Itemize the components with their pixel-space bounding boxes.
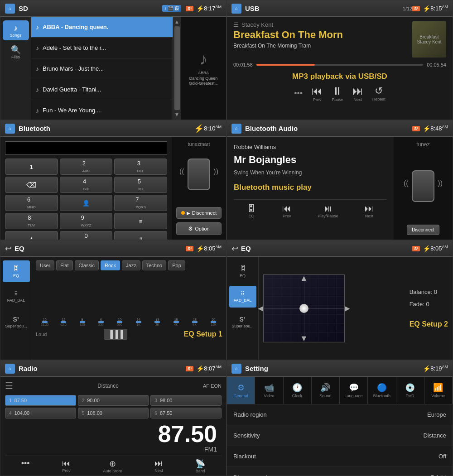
band-125-thumb[interactable] [80, 321, 85, 323]
radio-preset-1[interactable]: 1 87.50 [5, 395, 76, 406]
eq-ctrl-btn[interactable]: 🎛 EQ [247, 203, 256, 218]
preset-jazz[interactable]: Jazz [122, 260, 140, 270]
tab-general[interactable]: ⚙ General [227, 377, 255, 404]
dial-hash[interactable]: # [114, 231, 167, 240]
preset-rock[interactable]: Rock [101, 260, 120, 270]
play-pause-ctrl-btn[interactable]: ⏯ Play/Pause [318, 203, 338, 218]
dial-2[interactable]: 2ABC [60, 159, 113, 175]
tab-sound[interactable]: 🔊 Sound [312, 377, 340, 404]
dial-4[interactable]: 4GHI [60, 177, 113, 193]
tab-clock[interactable]: 🕐 Clock [284, 377, 312, 404]
loud-toggle[interactable]: ▐▐▐ [104, 329, 127, 340]
list-item[interactable]: ♪ Bruno Mars - Just the... [31, 58, 181, 79]
tab-language[interactable]: 💬 Language [340, 377, 368, 404]
eq-band-16k: 20 [205, 318, 222, 321]
balance-center-dot[interactable] [299, 304, 308, 313]
option-button[interactable]: ⚙ Option [176, 222, 222, 235]
band-31-thumb[interactable] [42, 321, 48, 323]
list-item[interactable]: ♪ ABBA - Dancing queen. [31, 17, 181, 38]
radio-preset-2[interactable]: 2 90.00 [78, 395, 149, 406]
next-button[interactable]: ⏭ Next [352, 85, 363, 102]
band-1k-thumb[interactable] [136, 321, 141, 323]
dial-star[interactable]: * [5, 231, 58, 240]
back-button-eq1[interactable]: ↩ [5, 244, 12, 254]
prev-ctrl-btn[interactable]: ⏮ Prev [282, 203, 291, 218]
radio-autostore-btn[interactable]: ⊕ Auto Store [103, 459, 122, 473]
balance-left-btn[interactable]: ◄ [256, 303, 265, 313]
list-item[interactable]: ♪ Adele - Set fire to the r... [31, 38, 181, 58]
dial-1[interactable]: 1 [5, 159, 58, 175]
eq-sidebar-s1-btn[interactable]: S¹ Super sou... [3, 311, 30, 333]
home-icon-settings[interactable]: ⌂ [231, 364, 241, 374]
dial-9[interactable]: 9WXYZ [60, 213, 113, 229]
band-16k-thumb[interactable] [211, 321, 216, 323]
dial-3[interactable]: 3DEF [114, 159, 167, 175]
eq-presets: User Flat Classic Rock Jazz Techno Pop [36, 260, 222, 270]
next-ctrl-btn[interactable]: ⏭ Next [365, 203, 374, 218]
radio-band-btn[interactable]: 📡 Band [195, 459, 205, 473]
preset-classic[interactable]: Classic [75, 260, 99, 270]
radio-list-icon[interactable]: ☰ [5, 380, 13, 391]
autostore-icon: ⊕ [103, 459, 122, 469]
band-8k-thumb[interactable] [192, 321, 198, 323]
preset-flat[interactable]: Flat [56, 260, 72, 270]
radio-more-btn[interactable]: ••• [21, 459, 30, 473]
dial-8[interactable]: 8TUV [5, 213, 58, 229]
files-btn[interactable]: 🔍 Files [3, 42, 29, 62]
repeat-button[interactable]: ↺ Repeat [372, 85, 386, 101]
preset-user[interactable]: User [36, 260, 54, 270]
preset-pop[interactable]: Pop [168, 260, 185, 270]
usb-content: ☰ Stacey Kent Breakfast On The Morn Brea… [227, 17, 453, 106]
radio-preset-5[interactable]: 5 108.00 [78, 408, 149, 418]
backspace-btn[interactable]: ⌫ [5, 177, 58, 193]
home-icon-btaudio[interactable]: ⌂ [231, 124, 241, 134]
back-button-eq2[interactable]: ↩ [231, 244, 238, 254]
radio-next-btn[interactable]: ⏭ Next [154, 459, 163, 473]
bt-icon-eq1: ⚡ [196, 245, 204, 252]
eq-sidebar-fadbal-btn[interactable]: ⠿ FAD_BAL [3, 286, 30, 308]
songs-btn[interactable]: ♪ Songs [3, 20, 29, 40]
eq2-sidebar-eq-btn[interactable]: 🎛 EQ [229, 260, 256, 282]
scrollbar[interactable]: ▲ ▼ [173, 17, 181, 120]
band-4k-thumb[interactable] [173, 321, 179, 323]
pause-button[interactable]: ⏸ Pause [332, 85, 343, 102]
dial-6[interactable]: 6MNO [5, 195, 58, 211]
home-icon[interactable]: ⌂ [5, 4, 15, 14]
band-62-thumb[interactable] [61, 321, 66, 323]
balance-up-btn[interactable]: ▲ [300, 274, 308, 283]
panel-eq1: ↩ EQ S¹ ⚡ 8:05AM 🎛 EQ ⠿ FAD_BAL S¹ Super… [0, 240, 226, 360]
tab-bluetooth[interactable]: 🔵 Bluetooth [368, 377, 396, 404]
preset-techno[interactable]: Techno [142, 260, 166, 270]
dial-7[interactable]: 7PQRS [114, 195, 167, 211]
bt-time: 8:10AM [204, 125, 222, 132]
tab-volume[interactable]: 📶 Volume [424, 377, 453, 404]
bt-disconnect-button[interactable]: Disconnect [407, 225, 439, 235]
radio-preset-3[interactable]: 3 98.00 [150, 395, 222, 406]
progress-track[interactable] [256, 64, 423, 66]
contact-btn[interactable]: 👤 [60, 195, 113, 211]
home-icon-radio[interactable]: ⌂ [5, 364, 15, 374]
band-500-thumb[interactable] [117, 321, 122, 323]
home-icon-bt[interactable]: ⌂ [5, 124, 15, 134]
band-250-thumb[interactable] [98, 321, 104, 323]
dial-5[interactable]: 5JKL [114, 177, 167, 193]
tab-dvd[interactable]: 💿 DVD [396, 377, 424, 404]
disconnect-button[interactable]: ▶ Disconnect [176, 207, 222, 219]
radio-preset-6[interactable]: 6 87.50 [150, 408, 222, 418]
menu-btn[interactable]: ≡ [114, 213, 167, 229]
eq-sidebar-eq-btn[interactable]: 🎛 EQ [3, 260, 30, 282]
radio-preset-4[interactable]: 4 104.00 [5, 408, 76, 418]
dial-0[interactable]: 0+ [60, 231, 113, 240]
list-item[interactable]: ♪ Fun - We Are Young.... [31, 100, 181, 120]
radio-prev-btn[interactable]: ⏮ Prev [62, 459, 71, 473]
eq2-sidebar-s1-btn[interactable]: S¹ Super sou... [229, 311, 256, 333]
prev-button[interactable]: ⏮ Prev [312, 85, 323, 102]
bt-tab-icon: 🔵 [377, 383, 387, 393]
tab-video[interactable]: 📹 Video [255, 377, 283, 404]
list-item[interactable]: ♪ David Guetta - Titani... [31, 79, 181, 100]
eq2-sidebar-fadbal-btn[interactable]: ⠿ FAD_BAL [229, 286, 256, 308]
home-icon-usb[interactable]: ⌂ [231, 4, 241, 14]
balance-right-btn[interactable]: ► [343, 303, 352, 313]
balance-down-btn[interactable]: ▼ [300, 334, 308, 343]
band-2k-thumb[interactable] [154, 321, 160, 323]
